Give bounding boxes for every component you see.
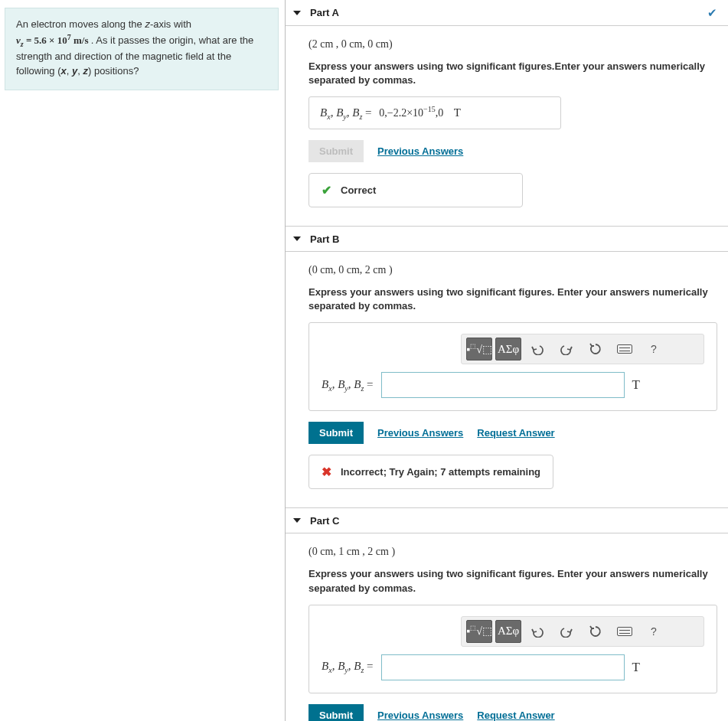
by-sub: y [344,384,348,393]
part-b-title: Part B [310,233,339,245]
part-a-answer-box: Bx, By, Bz = 0,−2.2×10−15,0 T [309,96,561,129]
velocity-eq: = 5.6 × 10 [24,34,67,46]
intro-text-1: An electron moves along the [16,18,145,30]
part-b-header[interactable]: Part B [286,226,728,252]
part-c-header[interactable]: Part C [286,507,728,533]
eq-sign: = [364,660,373,672]
submit-button[interactable]: Submit [309,422,364,444]
part-b-feedback-text: Incorrect; Try Again; 7 attempts remaini… [341,466,540,478]
by-sub: y [343,113,346,121]
equation-toolbar: ▪⬚√⬚ ΑΣφ ? [461,616,704,647]
keyboard-button[interactable] [612,338,638,360]
eq-sign: = [364,378,373,390]
keyboard-icon [617,344,632,354]
x-icon: ✖ [322,465,331,479]
greek-button[interactable]: ΑΣφ [495,338,521,360]
part-c-title: Part C [310,515,339,527]
check-icon: ✔ [707,6,717,20]
bx-lbl: B [320,106,327,119]
part-b-feedback: ✖ Incorrect; Try Again; 7 attempts remai… [309,455,553,489]
request-answer-link[interactable]: Request Answer [477,427,554,439]
velocity-units: m/s [71,34,89,46]
part-a-answer-suf: ,0 [436,107,444,119]
reset-button[interactable] [583,338,609,360]
greek-button[interactable]: ΑΣφ [495,620,521,643]
chevron-down-icon [293,518,301,523]
part-c-body: (0 cm, 1 cm , 2 cm ) Express your answer… [302,546,717,721]
part-a-answer-exp: −15 [423,105,436,113]
reset-icon [589,342,602,356]
part-b-instructions: Express your answers using two significa… [309,285,717,313]
by-lbl: B [338,660,344,672]
request-answer-link[interactable]: Request Answer [477,710,554,721]
keyboard-button[interactable] [612,620,638,643]
previous-answers-link[interactable]: Previous Answers [377,145,463,157]
undo-button[interactable] [524,338,550,360]
bx-sub: x [328,666,331,674]
keyboard-icon [617,627,632,636]
part-b-answer-box: ▪⬚√⬚ ΑΣφ ? Bx, By, Bz = [309,322,717,411]
reset-icon [589,625,602,638]
by-sub: y [344,666,348,674]
equation-toolbar: ▪⬚√⬚ ΑΣφ ? [461,334,704,364]
templates-button[interactable]: ▪⬚√⬚ [466,338,492,360]
eq-sign: = [365,106,374,119]
problem-intro: An electron moves along the z-axis with … [5,8,279,90]
submit-button[interactable]: Submit [309,704,364,721]
coord-x: x [61,65,67,77]
part-a-unit: T [454,106,461,119]
chevron-down-icon [293,237,301,241]
part-a-instructions: Express your answers using two significa… [309,60,717,87]
part-a-header[interactable]: Part A ✔ [286,0,728,26]
undo-icon [530,343,544,355]
by-lbl: B [336,106,343,119]
redo-button[interactable] [553,338,579,360]
help-icon: ? [651,625,657,638]
part-a-feedback: ✔ Correct [309,173,523,207]
part-a-title: Part A [310,7,339,18]
submit-button: Submit [309,140,364,162]
chevron-down-icon [293,11,301,15]
part-a-coords: (2 cm , 0 cm, 0 cm) [309,38,717,51]
by-lbl: B [338,378,344,390]
part-b-unit: T [632,377,640,393]
help-button[interactable]: ? [641,338,667,360]
previous-answers-link[interactable]: Previous Answers [377,710,463,721]
part-c-coords: (0 cm, 1 cm , 2 cm ) [309,546,717,558]
check-icon: ✔ [322,183,331,197]
redo-icon [560,343,573,355]
bz-sub: z [359,113,362,121]
help-icon: ? [651,343,657,355]
part-c-answer-box: ▪⬚√⬚ ΑΣφ ? Bx, By, Bz = [309,605,717,693]
reset-button[interactable] [583,620,609,643]
part-c-lhs: Bx, By, Bz = [322,660,374,674]
redo-button[interactable] [553,620,579,643]
part-b-input[interactable] [381,372,625,398]
previous-answers-link[interactable]: Previous Answers [377,427,463,439]
bx-lbl: B [322,660,328,672]
part-b-body: (0 cm, 0 cm, 2 cm ) Express your answers… [302,264,717,507]
part-b-lhs: Bx, By, Bz = [322,378,374,393]
part-c-input[interactable] [381,654,625,680]
part-a-body: (2 cm , 0 cm, 0 cm) Express your answers… [302,38,717,226]
help-button[interactable]: ? [641,620,667,643]
part-a-feedback-text: Correct [341,184,376,196]
bx-lbl: B [322,378,328,390]
templates-button[interactable]: ▪⬚√⬚ [466,620,492,643]
undo-button[interactable] [524,620,550,643]
part-c-instructions: Express your answers using two significa… [309,567,717,595]
redo-icon [560,625,573,638]
intro-text-4: ) positions? [88,65,139,77]
bx-sub: x [328,384,331,393]
part-c-unit: T [632,660,640,675]
bx-sub: x [327,113,330,121]
part-b-coords: (0 cm, 0 cm, 2 cm ) [309,264,717,276]
part-a-answer-val: 0,−2.2×10 [379,107,423,119]
undo-icon [530,625,544,638]
intro-text-2: -axis with [150,18,191,30]
coord-y: y [72,65,77,77]
